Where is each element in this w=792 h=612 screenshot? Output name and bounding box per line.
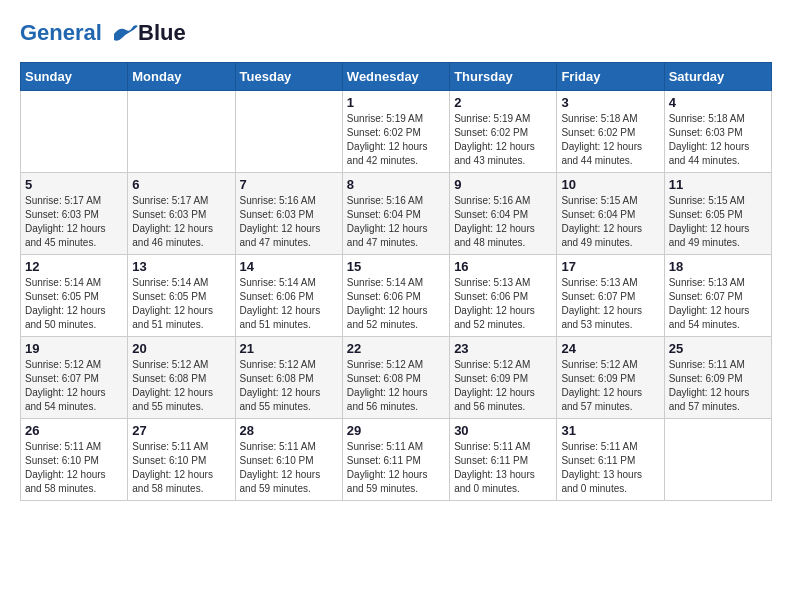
day-number: 9 xyxy=(454,177,552,192)
day-number: 16 xyxy=(454,259,552,274)
day-info: Sunrise: 5:16 AM Sunset: 6:04 PM Dayligh… xyxy=(347,194,445,250)
day-cell: 18Sunrise: 5:13 AM Sunset: 6:07 PM Dayli… xyxy=(664,255,771,337)
day-number: 18 xyxy=(669,259,767,274)
week-row-2: 5Sunrise: 5:17 AM Sunset: 6:03 PM Daylig… xyxy=(21,173,772,255)
day-cell: 11Sunrise: 5:15 AM Sunset: 6:05 PM Dayli… xyxy=(664,173,771,255)
day-info: Sunrise: 5:11 AM Sunset: 6:11 PM Dayligh… xyxy=(347,440,445,496)
logo-general: General xyxy=(20,20,102,45)
day-number: 30 xyxy=(454,423,552,438)
day-cell: 28Sunrise: 5:11 AM Sunset: 6:10 PM Dayli… xyxy=(235,419,342,501)
day-info: Sunrise: 5:12 AM Sunset: 6:07 PM Dayligh… xyxy=(25,358,123,414)
weekday-saturday: Saturday xyxy=(664,63,771,91)
day-number: 31 xyxy=(561,423,659,438)
day-cell: 5Sunrise: 5:17 AM Sunset: 6:03 PM Daylig… xyxy=(21,173,128,255)
day-number: 27 xyxy=(132,423,230,438)
day-cell: 29Sunrise: 5:11 AM Sunset: 6:11 PM Dayli… xyxy=(342,419,449,501)
day-info: Sunrise: 5:14 AM Sunset: 6:06 PM Dayligh… xyxy=(240,276,338,332)
day-cell: 3Sunrise: 5:18 AM Sunset: 6:02 PM Daylig… xyxy=(557,91,664,173)
day-cell xyxy=(128,91,235,173)
logo: General Blue xyxy=(20,20,186,46)
week-row-4: 19Sunrise: 5:12 AM Sunset: 6:07 PM Dayli… xyxy=(21,337,772,419)
day-number: 7 xyxy=(240,177,338,192)
day-info: Sunrise: 5:13 AM Sunset: 6:07 PM Dayligh… xyxy=(669,276,767,332)
day-info: Sunrise: 5:11 AM Sunset: 6:10 PM Dayligh… xyxy=(132,440,230,496)
day-cell: 27Sunrise: 5:11 AM Sunset: 6:10 PM Dayli… xyxy=(128,419,235,501)
day-number: 21 xyxy=(240,341,338,356)
day-cell: 26Sunrise: 5:11 AM Sunset: 6:10 PM Dayli… xyxy=(21,419,128,501)
logo-bird-icon xyxy=(112,24,140,44)
day-number: 26 xyxy=(25,423,123,438)
day-cell: 16Sunrise: 5:13 AM Sunset: 6:06 PM Dayli… xyxy=(450,255,557,337)
day-cell: 23Sunrise: 5:12 AM Sunset: 6:09 PM Dayli… xyxy=(450,337,557,419)
day-info: Sunrise: 5:19 AM Sunset: 6:02 PM Dayligh… xyxy=(347,112,445,168)
week-row-3: 12Sunrise: 5:14 AM Sunset: 6:05 PM Dayli… xyxy=(21,255,772,337)
day-cell: 12Sunrise: 5:14 AM Sunset: 6:05 PM Dayli… xyxy=(21,255,128,337)
day-number: 20 xyxy=(132,341,230,356)
day-number: 3 xyxy=(561,95,659,110)
day-cell: 2Sunrise: 5:19 AM Sunset: 6:02 PM Daylig… xyxy=(450,91,557,173)
day-info: Sunrise: 5:11 AM Sunset: 6:11 PM Dayligh… xyxy=(561,440,659,496)
day-info: Sunrise: 5:11 AM Sunset: 6:11 PM Dayligh… xyxy=(454,440,552,496)
day-number: 25 xyxy=(669,341,767,356)
day-number: 1 xyxy=(347,95,445,110)
day-cell: 8Sunrise: 5:16 AM Sunset: 6:04 PM Daylig… xyxy=(342,173,449,255)
header: General Blue xyxy=(20,20,772,46)
day-info: Sunrise: 5:12 AM Sunset: 6:09 PM Dayligh… xyxy=(454,358,552,414)
day-info: Sunrise: 5:12 AM Sunset: 6:08 PM Dayligh… xyxy=(132,358,230,414)
day-number: 24 xyxy=(561,341,659,356)
day-info: Sunrise: 5:18 AM Sunset: 6:03 PM Dayligh… xyxy=(669,112,767,168)
day-cell: 13Sunrise: 5:14 AM Sunset: 6:05 PM Dayli… xyxy=(128,255,235,337)
day-cell: 1Sunrise: 5:19 AM Sunset: 6:02 PM Daylig… xyxy=(342,91,449,173)
calendar: SundayMondayTuesdayWednesdayThursdayFrid… xyxy=(20,62,772,501)
day-info: Sunrise: 5:17 AM Sunset: 6:03 PM Dayligh… xyxy=(132,194,230,250)
day-cell: 25Sunrise: 5:11 AM Sunset: 6:09 PM Dayli… xyxy=(664,337,771,419)
day-cell: 20Sunrise: 5:12 AM Sunset: 6:08 PM Dayli… xyxy=(128,337,235,419)
day-cell: 17Sunrise: 5:13 AM Sunset: 6:07 PM Dayli… xyxy=(557,255,664,337)
day-cell: 31Sunrise: 5:11 AM Sunset: 6:11 PM Dayli… xyxy=(557,419,664,501)
day-info: Sunrise: 5:12 AM Sunset: 6:08 PM Dayligh… xyxy=(347,358,445,414)
day-number: 17 xyxy=(561,259,659,274)
day-cell: 19Sunrise: 5:12 AM Sunset: 6:07 PM Dayli… xyxy=(21,337,128,419)
day-info: Sunrise: 5:14 AM Sunset: 6:05 PM Dayligh… xyxy=(132,276,230,332)
day-info: Sunrise: 5:11 AM Sunset: 6:09 PM Dayligh… xyxy=(669,358,767,414)
day-cell: 14Sunrise: 5:14 AM Sunset: 6:06 PM Dayli… xyxy=(235,255,342,337)
day-cell xyxy=(235,91,342,173)
day-cell: 30Sunrise: 5:11 AM Sunset: 6:11 PM Dayli… xyxy=(450,419,557,501)
day-number: 11 xyxy=(669,177,767,192)
day-number: 14 xyxy=(240,259,338,274)
week-row-1: 1Sunrise: 5:19 AM Sunset: 6:02 PM Daylig… xyxy=(21,91,772,173)
day-number: 19 xyxy=(25,341,123,356)
day-number: 5 xyxy=(25,177,123,192)
day-number: 22 xyxy=(347,341,445,356)
day-number: 6 xyxy=(132,177,230,192)
day-number: 28 xyxy=(240,423,338,438)
day-info: Sunrise: 5:14 AM Sunset: 6:05 PM Dayligh… xyxy=(25,276,123,332)
day-number: 4 xyxy=(669,95,767,110)
weekday-wednesday: Wednesday xyxy=(342,63,449,91)
day-number: 23 xyxy=(454,341,552,356)
day-cell: 24Sunrise: 5:12 AM Sunset: 6:09 PM Dayli… xyxy=(557,337,664,419)
day-info: Sunrise: 5:13 AM Sunset: 6:06 PM Dayligh… xyxy=(454,276,552,332)
day-cell: 21Sunrise: 5:12 AM Sunset: 6:08 PM Dayli… xyxy=(235,337,342,419)
day-info: Sunrise: 5:18 AM Sunset: 6:02 PM Dayligh… xyxy=(561,112,659,168)
day-number: 12 xyxy=(25,259,123,274)
day-cell: 7Sunrise: 5:16 AM Sunset: 6:03 PM Daylig… xyxy=(235,173,342,255)
day-cell: 9Sunrise: 5:16 AM Sunset: 6:04 PM Daylig… xyxy=(450,173,557,255)
weekday-monday: Monday xyxy=(128,63,235,91)
day-info: Sunrise: 5:11 AM Sunset: 6:10 PM Dayligh… xyxy=(240,440,338,496)
day-info: Sunrise: 5:14 AM Sunset: 6:06 PM Dayligh… xyxy=(347,276,445,332)
day-cell: 6Sunrise: 5:17 AM Sunset: 6:03 PM Daylig… xyxy=(128,173,235,255)
day-number: 15 xyxy=(347,259,445,274)
weekday-tuesday: Tuesday xyxy=(235,63,342,91)
day-cell xyxy=(21,91,128,173)
day-info: Sunrise: 5:13 AM Sunset: 6:07 PM Dayligh… xyxy=(561,276,659,332)
day-info: Sunrise: 5:12 AM Sunset: 6:09 PM Dayligh… xyxy=(561,358,659,414)
day-info: Sunrise: 5:16 AM Sunset: 6:03 PM Dayligh… xyxy=(240,194,338,250)
day-number: 13 xyxy=(132,259,230,274)
day-info: Sunrise: 5:16 AM Sunset: 6:04 PM Dayligh… xyxy=(454,194,552,250)
day-number: 8 xyxy=(347,177,445,192)
day-cell: 15Sunrise: 5:14 AM Sunset: 6:06 PM Dayli… xyxy=(342,255,449,337)
day-number: 10 xyxy=(561,177,659,192)
week-row-5: 26Sunrise: 5:11 AM Sunset: 6:10 PM Dayli… xyxy=(21,419,772,501)
day-info: Sunrise: 5:19 AM Sunset: 6:02 PM Dayligh… xyxy=(454,112,552,168)
